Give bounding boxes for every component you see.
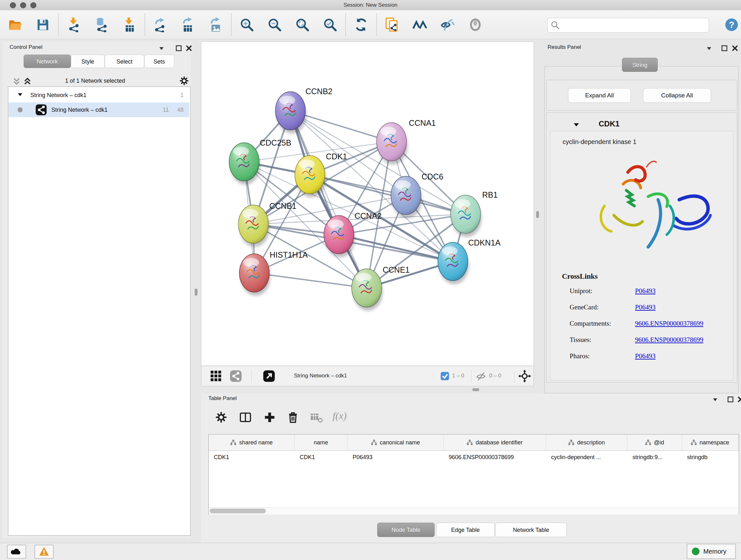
save-session-icon[interactable] <box>36 17 51 32</box>
show-all-icon[interactable] <box>468 17 483 32</box>
string-view-icon[interactable] <box>229 370 242 382</box>
node-CCNB1[interactable] <box>239 205 269 247</box>
crosslink-link[interactable]: 9606.ENSP00000378699 <box>635 336 703 344</box>
warning-status-button[interactable] <box>35 545 54 559</box>
table-panel-float-icon[interactable] <box>727 396 734 403</box>
table-options-gear-icon[interactable] <box>214 411 228 424</box>
edge-HIST1H1A-CCNE1[interactable] <box>254 273 367 288</box>
collection-expand-icon[interactable] <box>17 92 23 99</box>
function-builder-icon[interactable]: f(x) <box>333 410 347 422</box>
zoom-out-icon[interactable] <box>267 17 282 32</box>
cloud-status-button[interactable] <box>7 545 26 559</box>
column-header-database-identifier[interactable]: database identifier <box>444 435 546 450</box>
scrollbar-thumb[interactable] <box>210 509 266 513</box>
clone-network-icon[interactable] <box>385 17 400 32</box>
delete-table-icon[interactable] <box>310 412 323 423</box>
table-panel-close-icon[interactable] <box>737 396 741 403</box>
help-button[interactable]: ? <box>724 17 739 32</box>
delete-column-trash-icon[interactable] <box>286 411 300 424</box>
show-grid-icon[interactable] <box>210 370 222 382</box>
export-network-icon[interactable] <box>153 17 168 32</box>
results-panel-menu-icon[interactable] <box>705 45 713 52</box>
tab-edge-table[interactable]: Edge Table <box>436 523 495 537</box>
splitter-handle-bottom[interactable] <box>472 388 479 391</box>
expand-all-button[interactable]: Expand All <box>568 88 631 103</box>
table-cell[interactable]: stringdb:9... <box>627 451 682 465</box>
tab-sets[interactable]: Sets <box>144 55 174 68</box>
table-cell[interactable]: cyclin-dependent ... <box>546 451 627 465</box>
node-section-collapse-icon[interactable] <box>573 121 580 128</box>
add-column-icon[interactable] <box>263 411 276 424</box>
column-header-canonical-name[interactable]: canonical name <box>347 435 444 450</box>
control-panel-float-icon[interactable] <box>175 45 182 52</box>
node-CCNB2[interactable] <box>275 91 307 133</box>
network-options-gear-icon[interactable] <box>179 75 190 86</box>
node-CDC25B[interactable] <box>229 143 260 185</box>
node-CDKN1A[interactable] <box>438 242 469 284</box>
column-header-shared-name[interactable]: shared name <box>209 435 294 450</box>
collapse-all-button[interactable]: Collapse All <box>643 88 711 103</box>
table-cell[interactable]: 9606.ENSP00000378699 <box>444 451 546 465</box>
network-overview-icon[interactable] <box>412 17 427 32</box>
import-network-icon[interactable] <box>66 17 81 32</box>
splitter-handle-left[interactable] <box>195 289 198 296</box>
crosslink-link[interactable]: P06493 <box>635 303 656 311</box>
node-CCNE1[interactable] <box>352 269 383 311</box>
network-collection-row[interactable]: String Network – cdk1 1 <box>9 88 189 103</box>
tab-node-table[interactable]: Node Table <box>377 523 434 537</box>
tab-string[interactable]: String <box>622 58 658 72</box>
results-panel-float-icon[interactable] <box>721 45 728 52</box>
refresh-layout-icon[interactable] <box>354 17 368 32</box>
table-cell[interactable]: stringdb <box>682 451 738 465</box>
export-table-icon[interactable] <box>181 17 196 32</box>
hidden-eye-icon[interactable] <box>476 371 486 381</box>
collapse-all-networks-icon[interactable] <box>12 77 21 85</box>
table-row[interactable]: CDK1CDK1P064939606.ENSP00000378699cyclin… <box>209 451 739 465</box>
node-CCNA2[interactable] <box>324 215 355 257</box>
tab-network-table[interactable]: Network Table <box>495 523 567 537</box>
show-columns-icon[interactable] <box>239 411 252 424</box>
import-table-icon[interactable] <box>122 17 137 32</box>
selected-checkbox-icon[interactable] <box>441 372 449 380</box>
export-image-icon[interactable] <box>208 17 223 32</box>
zoom-fit-icon[interactable] <box>295 17 310 32</box>
import-database-icon[interactable] <box>94 17 109 32</box>
edge-CCNA2-CDKN1A[interactable] <box>339 235 453 261</box>
column-header--id[interactable]: @id <box>627 435 682 450</box>
column-header-description[interactable]: description <box>546 435 627 450</box>
tab-select[interactable]: Select <box>105 55 144 68</box>
table-cell[interactable]: CDK1 <box>209 451 294 465</box>
node-HIST1H1A[interactable] <box>239 254 270 296</box>
control-panel-menu-icon[interactable] <box>158 45 165 52</box>
network-canvas[interactable]: CCNB2CCNA1CDC25BCDK1CDC6RB1CCNB1CCNA2CDK… <box>201 42 534 366</box>
crosslink-link[interactable]: 9606.ENSP00000378699 <box>635 320 703 327</box>
expand-all-networks-icon[interactable] <box>23 77 32 85</box>
birds-eye-view-icon[interactable] <box>263 370 275 382</box>
crosslink-link[interactable]: P06493 <box>635 352 656 360</box>
zoom-selected-icon[interactable] <box>323 17 338 32</box>
fit-selected-crosshair-icon[interactable] <box>518 370 531 382</box>
memory-button[interactable]: Memory <box>687 544 736 559</box>
open-session-icon[interactable] <box>8 17 23 32</box>
control-panel-close-icon[interactable] <box>185 45 192 52</box>
network-row-selected[interactable]: String Network – cdk1 11 48 <box>9 103 189 117</box>
search-input[interactable] <box>563 19 704 30</box>
node-CCNA1[interactable] <box>377 123 408 165</box>
crosslink-link[interactable]: P06493 <box>635 287 656 295</box>
table-horizontal-scrollbar[interactable] <box>209 507 738 515</box>
tab-network[interactable]: Network <box>23 55 71 68</box>
zoom-in-icon[interactable] <box>239 17 254 32</box>
splitter-handle-right[interactable] <box>536 211 539 218</box>
edge-CCNB2-CCNE1[interactable] <box>290 111 367 288</box>
results-panel-close-icon[interactable] <box>731 45 738 52</box>
node-CDK1[interactable] <box>295 155 326 197</box>
node-CDC6[interactable] <box>391 176 422 218</box>
hide-selected-icon[interactable] <box>440 17 455 32</box>
table-panel-menu-icon[interactable] <box>712 396 719 403</box>
search-box[interactable] <box>547 18 709 33</box>
table-cell[interactable]: P06493 <box>347 451 444 465</box>
node-RB1[interactable] <box>451 195 482 237</box>
table-cell[interactable]: CDK1 <box>294 451 347 465</box>
column-header-namespace[interactable]: namespace <box>682 435 738 450</box>
tab-style[interactable]: Style <box>71 55 105 68</box>
